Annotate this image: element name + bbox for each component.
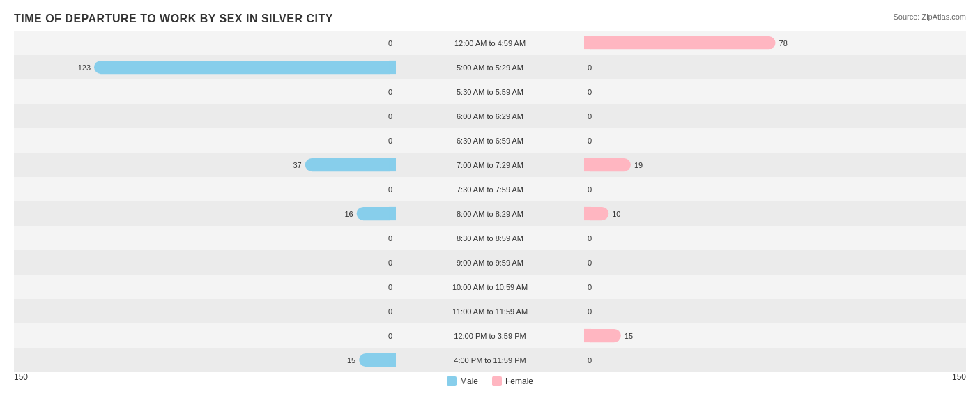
bar-male-5 <box>305 158 396 171</box>
row-label-2: 5:30 AM to 5:59 AM <box>457 88 523 96</box>
axis-left-label: 150 <box>14 372 28 386</box>
bar-male-1 <box>94 61 396 74</box>
row-label-7: 8:00 AM to 8:29 AM <box>457 210 523 218</box>
female-value-12: 15 <box>625 332 633 340</box>
legend-female-box <box>492 376 502 386</box>
female-value-2: 0 <box>588 88 592 96</box>
svg-rect-6 <box>584 329 591 342</box>
legend: Male Female <box>447 376 533 386</box>
male-value-11: 0 <box>388 307 392 316</box>
svg-rect-5 <box>584 207 591 220</box>
female-value-11: 0 <box>588 307 592 316</box>
male-value-5: 37 <box>293 161 302 169</box>
female-value-13: 0 <box>588 356 592 365</box>
female-value-5: 19 <box>634 161 643 169</box>
male-value-6: 0 <box>388 185 392 194</box>
male-value-1: 123 <box>78 63 91 72</box>
row-label-1: 5:00 AM to 5:29 AM <box>457 63 523 72</box>
female-value-9: 0 <box>588 259 592 267</box>
male-value-12: 0 <box>388 332 392 340</box>
row-label-6: 7:30 AM to 7:59 AM <box>457 185 523 194</box>
legend-male-label: Male <box>460 376 478 386</box>
female-value-3: 0 <box>588 112 592 121</box>
legend-male-box <box>447 376 457 386</box>
source-text: Source: ZipAtlas.com <box>893 13 966 21</box>
bar-female-5 <box>584 158 631 171</box>
male-value-13: 15 <box>347 356 355 365</box>
row-label-5: 7:00 AM to 7:29 AM <box>457 161 523 169</box>
female-value-6: 0 <box>588 185 592 194</box>
male-value-4: 0 <box>388 137 392 145</box>
chart-svg: 12:00 AM to 4:59 AM0785:00 AM to 5:29 AM… <box>14 31 966 372</box>
female-value-4: 0 <box>588 137 592 145</box>
female-value-7: 10 <box>612 210 620 218</box>
row-label-4: 6:30 AM to 6:59 AM <box>457 137 523 145</box>
svg-rect-1 <box>389 61 396 74</box>
female-value-10: 0 <box>588 283 592 291</box>
row-label-0: 12:00 AM to 4:59 AM <box>454 39 526 47</box>
male-value-3: 0 <box>388 112 392 121</box>
svg-rect-0 <box>584 36 591 49</box>
chart-title: TIME OF DEPARTURE TO WORK BY SEX IN SILV… <box>14 13 966 25</box>
male-value-9: 0 <box>388 259 392 267</box>
male-value-10: 0 <box>388 283 392 291</box>
axis-right-label: 150 <box>952 372 966 386</box>
legend-female-label: Female <box>505 376 533 386</box>
svg-rect-2 <box>389 158 396 171</box>
bar-female-0 <box>584 36 776 49</box>
svg-rect-7 <box>389 353 396 367</box>
male-value-7: 16 <box>344 210 353 218</box>
legend-female: Female <box>492 376 533 386</box>
row-label-9: 9:00 AM to 9:59 AM <box>457 259 523 267</box>
row-label-10: 10:00 AM to 10:59 AM <box>452 283 528 291</box>
row-label-8: 8:30 AM to 8:59 AM <box>457 234 523 243</box>
row-label-3: 6:00 AM to 6:29 AM <box>457 112 523 121</box>
chart-container: TIME OF DEPARTURE TO WORK BY SEX IN SILV… <box>0 0 980 414</box>
male-value-2: 0 <box>388 88 392 96</box>
svg-rect-4 <box>389 207 396 220</box>
male-value-8: 0 <box>388 234 392 243</box>
svg-rect-3 <box>584 158 591 171</box>
male-value-0: 0 <box>388 39 392 47</box>
female-value-1: 0 <box>588 63 592 72</box>
female-value-8: 0 <box>588 234 592 243</box>
row-label-12: 12:00 PM to 3:59 PM <box>454 332 526 340</box>
female-value-0: 78 <box>779 39 788 47</box>
legend-male: Male <box>447 376 478 386</box>
row-label-11: 11:00 AM to 11:59 AM <box>452 307 528 316</box>
row-label-13: 4:00 PM to 11:59 PM <box>454 356 526 365</box>
